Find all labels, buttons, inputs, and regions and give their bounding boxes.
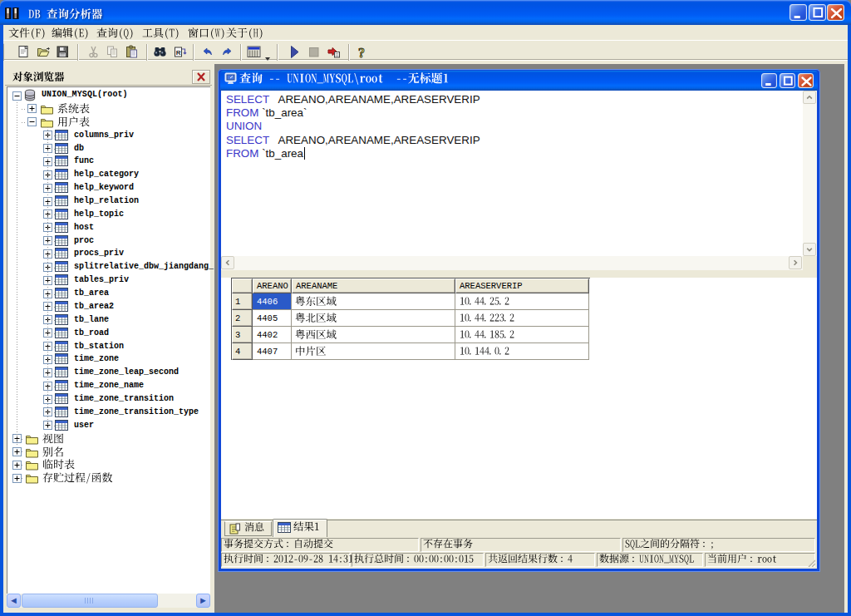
svg-text:R: R: [176, 49, 181, 57]
svg-text:?: ?: [358, 46, 365, 60]
